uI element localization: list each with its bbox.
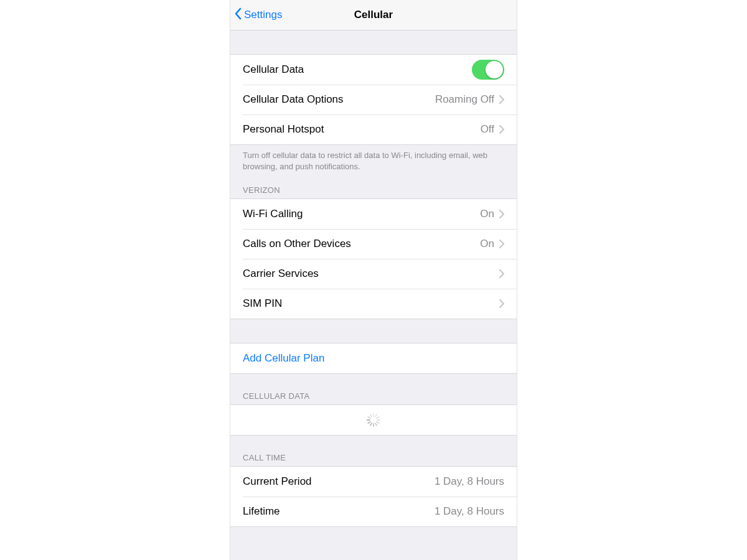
nav-bar: Settings Cellular	[230, 0, 517, 30]
wifi-calling-row[interactable]: Wi-Fi Calling On	[230, 199, 517, 229]
call-time-group: Current Period 1 Day, 8 Hours Lifetime 1…	[230, 466, 517, 527]
calls-other-devices-row[interactable]: Calls on Other Devices On	[230, 229, 517, 259]
chevron-left-icon	[234, 7, 244, 23]
content-scroll[interactable]: Cellular Data Cellular Data Options Roam…	[230, 30, 517, 560]
sim-pin-row[interactable]: SIM PIN	[230, 289, 517, 319]
page-title: Cellular	[354, 9, 393, 21]
spinner-icon	[367, 413, 380, 427]
chevron-right-icon	[499, 95, 504, 104]
calls-other-devices-value: On	[480, 238, 494, 250]
lifetime-value: 1 Day, 8 Hours	[435, 505, 504, 518]
back-button[interactable]: Settings	[234, 0, 282, 30]
cellular-data-toggle[interactable]	[472, 60, 504, 80]
add-plan-group: Add Cellular Plan	[230, 343, 517, 374]
lifetime-label: Lifetime	[243, 505, 280, 518]
chevron-right-icon	[499, 269, 504, 278]
chevron-right-icon	[499, 125, 504, 134]
cellular-group: Cellular Data Cellular Data Options Roam…	[230, 54, 517, 145]
current-period-label: Current Period	[243, 475, 312, 488]
personal-hotspot-label: Personal Hotspot	[243, 123, 324, 136]
carrier-header: VERIZON	[230, 174, 517, 198]
carrier-group: Wi-Fi Calling On Calls on Other Devices …	[230, 198, 517, 319]
cellular-group-footer: Turn off cellular data to restrict all d…	[230, 145, 517, 174]
cellular-data-options-label: Cellular Data Options	[243, 93, 344, 106]
add-cellular-plan-button[interactable]: Add Cellular Plan	[230, 343, 517, 373]
add-cellular-plan-label: Add Cellular Plan	[243, 352, 324, 365]
settings-cellular-screen: Settings Cellular Cellular Data Cellular…	[230, 0, 517, 560]
cellular-data-header: CELLULAR DATA	[230, 374, 517, 404]
cellular-data-options-value: Roaming Off	[435, 93, 494, 106]
loading-row	[230, 405, 517, 435]
wifi-calling-value: On	[480, 208, 494, 220]
call-time-header: CALL TIME	[230, 436, 517, 466]
personal-hotspot-value: Off	[481, 123, 494, 136]
cellular-data-row[interactable]: Cellular Data	[230, 55, 517, 85]
carrier-services-label: Carrier Services	[243, 268, 319, 280]
cellular-data-options-row[interactable]: Cellular Data Options Roaming Off	[230, 85, 517, 114]
cellular-data-label: Cellular Data	[243, 63, 304, 76]
chevron-right-icon	[499, 210, 504, 218]
wifi-calling-label: Wi-Fi Calling	[243, 208, 303, 220]
sim-pin-label: SIM PIN	[243, 297, 282, 310]
current-period-value: 1 Day, 8 Hours	[435, 475, 504, 488]
cellular-data-usage-group	[230, 404, 517, 436]
carrier-services-row[interactable]: Carrier Services	[230, 259, 517, 289]
chevron-right-icon	[499, 240, 504, 248]
lifetime-row: Lifetime 1 Day, 8 Hours	[230, 497, 517, 526]
chevron-right-icon	[499, 299, 504, 308]
calls-other-devices-label: Calls on Other Devices	[243, 238, 351, 250]
back-label: Settings	[244, 9, 282, 21]
personal-hotspot-row[interactable]: Personal Hotspot Off	[230, 114, 517, 144]
current-period-row: Current Period 1 Day, 8 Hours	[230, 467, 517, 497]
